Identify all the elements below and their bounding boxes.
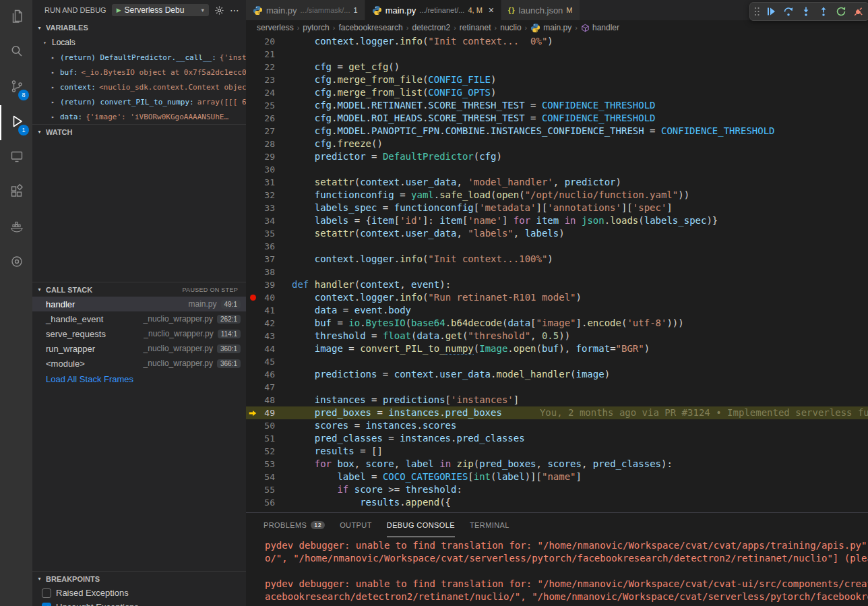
code-line-30[interactable]: 30: [246, 163, 868, 176]
code-line-44[interactable]: 44 image = convert_PIL_to_numpy(Image.op…: [246, 342, 868, 355]
breakpoints-section-header[interactable]: ▾ BREAKPOINTS: [32, 571, 246, 586]
code-line-50[interactable]: 50 scores = instances.scores: [246, 419, 868, 432]
panel-tab-output[interactable]: OUTPUT: [340, 513, 372, 537]
code-line-43[interactable]: 43 threshold = float(data.get("threshold…: [246, 330, 868, 342]
glyph-margin[interactable]: [246, 125, 259, 138]
glyph-margin[interactable]: [246, 304, 259, 317]
call-stack-list[interactable]: handlermain.py49:1_handle_event_nuclio_w…: [32, 297, 246, 387]
code-line-27[interactable]: 27 cfg.MODEL.PANOPTIC_FPN.COMBINE.INSTAN…: [246, 125, 868, 138]
panel-tab-debug-console[interactable]: DEBUG CONSOLE: [387, 513, 455, 537]
toolbar-drag-grip[interactable]: [752, 3, 762, 20]
glyph-margin[interactable]: [246, 394, 259, 406]
glyph-margin[interactable]: [246, 253, 259, 266]
glyph-margin[interactable]: [246, 266, 259, 278]
glyph-margin[interactable]: [246, 138, 259, 150]
panel-tab-problems[interactable]: PROBLEMS12: [264, 513, 325, 537]
code-line-46[interactable]: 46 predictions = context.user_data.model…: [246, 368, 868, 381]
code-line-51[interactable]: 51 pred_classes = instances.pred_classes: [246, 432, 868, 445]
activity-item-run-and-debug[interactable]: 1: [0, 105, 32, 140]
breakpoints-list[interactable]: Raised Exceptions✓Uncaught Exceptions: [32, 586, 246, 606]
close-tab-icon[interactable]: ×: [489, 5, 494, 15]
code-editor[interactable]: 20 context.logger.info("Init context... …: [246, 35, 868, 512]
breakpoint-glyph[interactable]: [246, 291, 259, 304]
glyph-margin[interactable]: [246, 163, 259, 176]
breadcrumb-item-handler[interactable]: handler: [581, 23, 619, 32]
code-line-56[interactable]: 56 results.append({: [246, 496, 868, 509]
watch-list[interactable]: [32, 139, 246, 282]
code-line-34[interactable]: 34 labels = {item['id']: item['name'] fo…: [246, 214, 868, 227]
stack-frame-4[interactable]: run_wrapper_nuclio_wrapper.py360:1: [32, 341, 246, 356]
activity-item-explorer[interactable]: [0, 0, 32, 35]
glyph-margin[interactable]: [246, 61, 259, 73]
code-line-38[interactable]: 38: [246, 266, 868, 278]
gear-icon[interactable]: [214, 5, 224, 16]
activity-item-search[interactable]: [0, 35, 32, 70]
code-line-21[interactable]: 21: [246, 48, 868, 61]
code-line-39[interactable]: 39def handler(context, event):: [246, 278, 868, 291]
code-line-26[interactable]: 26 cfg.MODEL.ROI_HEADS.SCORE_THRESH_TEST…: [246, 112, 868, 125]
variables-scope-locals[interactable]: ▾Locals: [32, 35, 246, 50]
breadcrumb-item-serverless[interactable]: serverless: [257, 23, 294, 32]
code-line-41[interactable]: 41 data = event.body: [246, 304, 868, 317]
code-line-37[interactable]: 37 context.logger.info("Init context...1…: [246, 253, 868, 266]
stack-frame-5[interactable]: <module>_nuclio_wrapper.py366:1: [32, 356, 246, 371]
breadcrumb-item-facebookresearch[interactable]: facebookresearch: [338, 23, 402, 32]
editor-tab-1[interactable]: main.py.../siammask/...1: [246, 0, 365, 20]
glyph-margin[interactable]: [246, 202, 259, 214]
glyph-margin[interactable]: [246, 227, 259, 240]
glyph-margin[interactable]: [246, 240, 259, 253]
code-line-31[interactable]: 31 setattr(context.user_data, 'model_han…: [246, 176, 868, 189]
variable-row-5[interactable]: ▸data:{'image': 'iVBORw0KGgoAAAANSUhE…: [32, 109, 246, 124]
breakpoint-checkbox[interactable]: ✓: [42, 603, 51, 606]
variable-row-3[interactable]: ▸context:<nuclio_sdk.context.Context obj…: [32, 80, 246, 94]
variable-row-4[interactable]: ▸(return) convert_PIL_to_numpy:array([[[…: [32, 94, 246, 109]
code-line-54[interactable]: 54 label = COCO_CATEGORIES[int(label)]["…: [246, 471, 868, 483]
editor-tab-2[interactable]: main.py.../retinanet/...4, M×: [365, 0, 501, 20]
breadcrumb-item-main-py[interactable]: main.py: [530, 23, 571, 33]
code-line-40[interactable]: 40 context.logger.info("Run retinanet-R1…: [246, 291, 868, 304]
activity-item-source-control[interactable]: 8: [0, 70, 32, 105]
glyph-margin[interactable]: [246, 112, 259, 125]
code-line-35[interactable]: 35 setattr(context.user_data, "labels", …: [246, 227, 868, 240]
step-into-button[interactable]: [798, 3, 814, 20]
glyph-margin[interactable]: [246, 35, 259, 48]
step-over-button[interactable]: [780, 3, 797, 20]
glyph-margin[interactable]: [246, 368, 259, 381]
load-all-stack-frames-link[interactable]: Load All Stack Frames: [32, 371, 246, 387]
code-line-33[interactable]: 33 labels_spec = functionconfig['metadat…: [246, 202, 868, 214]
code-line-55[interactable]: 55 if score >= threshold:: [246, 483, 868, 496]
call-stack-section-header[interactable]: ▾ CALL STACK PAUSED ON STEP: [32, 282, 246, 297]
glyph-margin[interactable]: [246, 86, 259, 99]
glyph-margin[interactable]: [246, 432, 259, 445]
glyph-margin[interactable]: [246, 189, 259, 202]
glyph-margin[interactable]: [246, 342, 259, 355]
code-line-53[interactable]: 53 for box, score, label in zip(pred_box…: [246, 458, 868, 471]
glyph-margin[interactable]: [246, 483, 259, 496]
glyph-margin[interactable]: [246, 214, 259, 227]
glyph-margin[interactable]: [246, 73, 259, 86]
glyph-margin[interactable]: [246, 176, 259, 189]
continue-button[interactable]: [763, 3, 779, 20]
start-debugging-icon[interactable]: ▶: [117, 7, 121, 13]
glyph-margin[interactable]: [246, 330, 259, 342]
code-line-45[interactable]: 45: [246, 355, 868, 368]
code-line-48[interactable]: 48 instances = predictions['instances']: [246, 394, 868, 406]
step-out-button[interactable]: [815, 3, 832, 20]
glyph-margin[interactable]: [246, 355, 259, 368]
activity-item-remote-explorer[interactable]: [0, 140, 32, 175]
code-line-22[interactable]: 22 cfg = get_cfg(): [246, 61, 868, 73]
glyph-margin[interactable]: [246, 278, 259, 291]
glyph-margin[interactable]: [246, 445, 259, 458]
code-line-32[interactable]: 32 functionconfig = yaml.safe_load(open(…: [246, 189, 868, 202]
debug-console-output[interactable]: pydev debugger: unable to find translati…: [246, 537, 868, 606]
glyph-margin[interactable]: [246, 150, 259, 163]
breadcrumb-item-pytorch[interactable]: pytorch: [303, 23, 329, 32]
glyph-margin[interactable]: [246, 496, 259, 509]
glyph-margin[interactable]: [246, 317, 259, 330]
stack-frame-1[interactable]: handlermain.py49:1: [32, 297, 246, 311]
breadcrumb-item-detectron2[interactable]: detectron2: [412, 23, 450, 32]
code-line-52[interactable]: 52 results = []: [246, 445, 868, 458]
code-line-47[interactable]: 47: [246, 381, 868, 394]
code-line-28[interactable]: 28 cfg.freeze(): [246, 138, 868, 150]
variable-row-1[interactable]: ▸(return) DefaultPredictor.__call__:{'in…: [32, 50, 246, 65]
